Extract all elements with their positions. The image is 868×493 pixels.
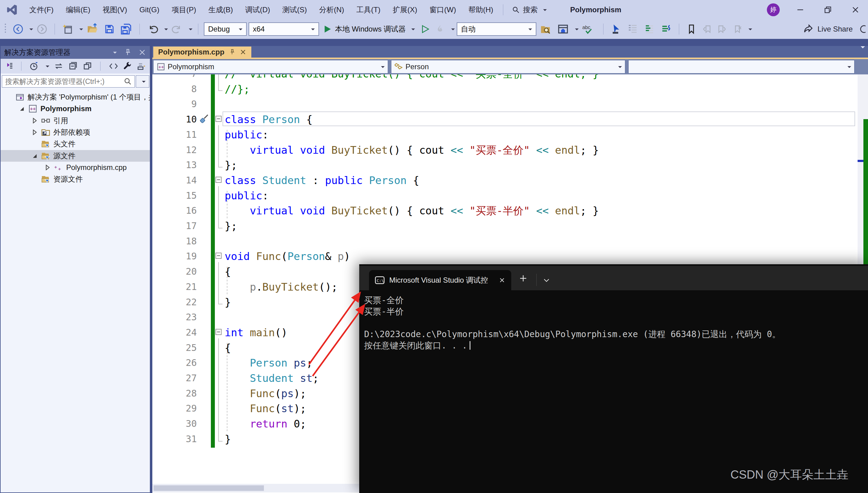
member-scope-dropdown[interactable] (628, 60, 854, 73)
toolwindow-menu-chevron-icon[interactable] (113, 52, 117, 56)
menu-item-2[interactable]: 视图(V) (97, 2, 133, 17)
clear-bookmarks-button[interactable] (731, 22, 744, 37)
quick-action-screwdriver-icon[interactable] (199, 113, 209, 124)
code-line-15[interactable]: 15public: (152, 188, 857, 203)
tab-well-chevron-icon[interactable] (858, 48, 865, 54)
console-output[interactable]: 买票-全价买票-半价 D:\2023code.c\Polymorphism\x6… (359, 290, 868, 493)
open-file-button[interactable] (85, 22, 100, 37)
menu-item-3[interactable]: Git(G) (133, 3, 165, 17)
select-tool-button[interactable] (609, 22, 624, 37)
restore-button[interactable] (821, 3, 835, 16)
console-tab[interactable]: C:\ Microsoft Visual Studio 调试控 (369, 270, 511, 290)
uncomment-lines-button[interactable] (659, 22, 673, 37)
code-line-8[interactable]: 8//}; (152, 81, 857, 97)
solution-explorer-search-input[interactable] (2, 78, 123, 86)
save-button[interactable] (102, 22, 117, 37)
undo-button[interactable] (145, 22, 160, 37)
horizontal-scrollbar-thumb[interactable] (154, 485, 264, 491)
tab-dropdown-chevron-icon[interactable] (543, 276, 550, 284)
bookmark-overflow-chevron-icon[interactable] (748, 28, 752, 32)
fold-collapse-icon[interactable] (216, 116, 222, 122)
next-bookmark-button[interactable] (715, 22, 729, 37)
show-all-files-icon[interactable] (137, 61, 147, 71)
close-button[interactable] (848, 3, 863, 16)
solution-configuration-dropdown[interactable]: Debug (204, 22, 247, 36)
user-avatar[interactable]: 婷 (767, 3, 780, 16)
collapsed-arrow-icon[interactable] (43, 164, 52, 171)
feedback-icon[interactable] (856, 24, 866, 34)
solution-platform-dropdown[interactable]: x64 (248, 22, 319, 36)
start-debugging-button[interactable]: 本地 Windows 调试器 (321, 22, 417, 37)
tree-item-0[interactable]: 解决方案 'Polymorphism' (1 个项目，共 (1, 91, 150, 103)
solution-explorer-header[interactable]: 解决方案资源管理器 (1, 46, 150, 59)
view-code-icon[interactable] (108, 61, 119, 71)
new-tab-icon[interactable] (519, 274, 528, 283)
fold-collapse-icon[interactable] (216, 177, 222, 183)
window-layout-button[interactable] (556, 22, 571, 37)
filter-chevron-icon[interactable] (46, 66, 49, 69)
tree-item-6[interactable]: ++Polymorphism.cpp (1, 162, 150, 173)
close-icon[interactable] (498, 277, 506, 284)
expanded-arrow-icon[interactable] (31, 152, 39, 160)
menu-item-0[interactable]: 文件(F) (23, 2, 60, 17)
tree-item-3[interactable]: 外部依赖项 (1, 126, 150, 138)
type-scope-dropdown[interactable]: Person (391, 60, 625, 73)
edit-lines-button[interactable] (626, 22, 640, 37)
tree-item-7[interactable]: 资源文件 (1, 173, 150, 185)
window-layout-chevron-icon[interactable] (575, 28, 579, 32)
comment-lines-button[interactable] (642, 22, 657, 37)
new-project-button[interactable] (60, 22, 75, 37)
code-line-10[interactable]: 10class Person { (152, 111, 857, 127)
panel-splitter[interactable] (150, 39, 152, 493)
new-chevron-icon[interactable] (79, 28, 83, 32)
hot-reload-chevron-icon[interactable] (451, 28, 455, 32)
close-icon[interactable] (138, 48, 146, 56)
start-without-debugging-button[interactable] (419, 22, 431, 37)
solution-explorer-search[interactable] (2, 75, 135, 88)
sync-with-active-document-icon[interactable] (54, 61, 64, 71)
code-line-19[interactable]: 19void Func(Person& p) (152, 248, 857, 264)
code-line-16[interactable]: 16 virtual void BuyTicket() { cout << "买… (152, 203, 857, 218)
fold-collapse-icon[interactable] (216, 253, 222, 259)
pin-icon[interactable] (229, 49, 236, 56)
pin-icon[interactable] (123, 48, 132, 56)
live-share-button[interactable]: Live Share (803, 24, 868, 34)
redo-chevron-icon[interactable] (189, 28, 193, 32)
restore-layout-icon[interactable] (82, 61, 93, 71)
menu-item-7[interactable]: 测试(S) (276, 2, 313, 17)
properties-wrench-icon[interactable] (123, 61, 133, 71)
code-line-14[interactable]: 14class Student : public Person { (152, 172, 857, 188)
code-line-18[interactable]: 18 (152, 233, 857, 249)
redo-button[interactable] (170, 22, 184, 37)
toggle-bookmark-button[interactable] (685, 22, 698, 37)
menu-item-1[interactable]: 编辑(E) (60, 2, 97, 17)
collapsed-arrow-icon[interactable] (31, 128, 39, 136)
code-line-11[interactable]: 11public: (152, 127, 857, 142)
back-chevron-icon[interactable] (29, 28, 33, 32)
menu-item-8[interactable]: 分析(N) (313, 2, 350, 17)
horizontal-scrollbar[interactable] (152, 484, 359, 492)
tab-polymorphism-cpp[interactable]: Polymorphism.cpp (153, 46, 251, 58)
code-line-13[interactable]: 13}; (152, 157, 857, 172)
code-line-7[interactable]: 7// virtual void BuyTicket() { cout << "… (152, 74, 857, 81)
tree-item-2[interactable]: 引用 (1, 115, 150, 126)
navigate-back-button[interactable] (11, 22, 25, 37)
menu-item-11[interactable]: 窗口(W) (423, 2, 462, 17)
menu-item-4[interactable]: 项目(P) (165, 2, 202, 17)
code-line-17[interactable]: 17}; (152, 218, 857, 233)
tree-item-1[interactable]: ++Polymorphism (1, 103, 150, 114)
fold-collapse-icon[interactable] (216, 329, 222, 335)
expanded-arrow-icon[interactable] (18, 105, 26, 113)
tree-item-4[interactable]: 头文件 (1, 138, 150, 150)
collapse-all-icon[interactable] (68, 61, 78, 71)
minimize-button[interactable] (793, 3, 807, 16)
spell-check-button[interactable]: abc (581, 22, 598, 37)
switch-views-icon[interactable] (4, 61, 13, 71)
previous-bookmark-button[interactable] (700, 22, 713, 37)
undo-chevron-icon[interactable] (164, 28, 168, 32)
search-control[interactable]: 搜索 (507, 5, 552, 15)
menu-item-10[interactable]: 扩展(X) (386, 2, 423, 17)
menu-item-6[interactable]: 调试(D) (239, 2, 276, 17)
search-options-dropdown[interactable] (136, 75, 149, 88)
menu-item-12[interactable]: 帮助(H) (462, 2, 499, 17)
